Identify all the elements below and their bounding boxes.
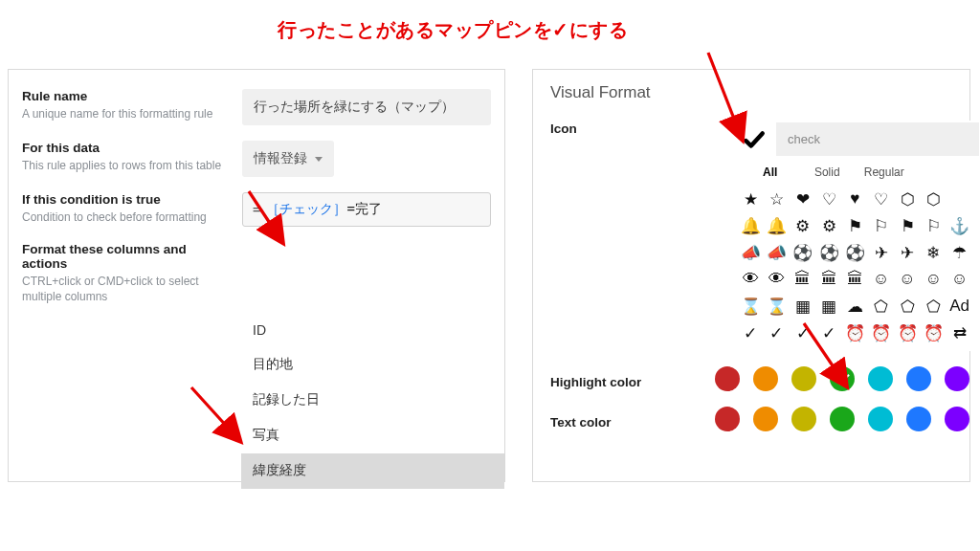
- highlight-color-swatches: [715, 366, 969, 391]
- icon-option[interactable]: ⬡: [923, 188, 944, 209]
- icon-category-tab[interactable]: Solid: [799, 165, 857, 179]
- check-icon: [742, 127, 767, 152]
- icon-option[interactable]: ⬡: [897, 188, 918, 209]
- condition-rest: =完了: [346, 201, 381, 218]
- color-swatch[interactable]: [945, 407, 969, 431]
- icon-option[interactable]: [949, 188, 970, 209]
- icon-option[interactable]: ⚑: [844, 215, 865, 236]
- icon-option[interactable]: ⚐: [871, 215, 892, 236]
- icon-option[interactable]: 🏛: [844, 269, 865, 290]
- icon-option[interactable]: ⏰: [923, 322, 944, 343]
- icon-category-tab[interactable]: All: [742, 165, 799, 179]
- icon-option[interactable]: ☆: [766, 188, 787, 209]
- icon-option[interactable]: ⬠: [871, 296, 892, 317]
- icon-option[interactable]: Ad: [949, 296, 970, 317]
- icon-option[interactable]: ★: [740, 188, 761, 209]
- rule-name-input[interactable]: 行った場所を緑にする（マップ）: [242, 89, 491, 125]
- icon-grid: ★☆❤♡♥♡⬡⬡🔔🔔⚙⚙⚑⚐⚑⚐⚓📣📣⚽⚽⚽✈✈❄☂👁👁🏛🏛🏛☺☺☺☺⌛⌛▦▦☁…: [732, 183, 979, 351]
- for-data-label: For this data: [22, 141, 231, 155]
- icon-option[interactable]: ⏰: [871, 322, 892, 343]
- icon-option[interactable]: 🏛: [792, 269, 813, 290]
- icon-option[interactable]: ⌛: [766, 296, 787, 317]
- icon-category-tab[interactable]: Regular: [856, 165, 913, 179]
- icon-option[interactable]: ✈: [897, 242, 918, 263]
- icon-option[interactable]: ⚐: [923, 215, 944, 236]
- icon-label: Icon: [550, 121, 732, 136]
- column-item[interactable]: 目的地: [241, 347, 504, 383]
- color-swatch[interactable]: [753, 407, 778, 431]
- icon-option[interactable]: ✓: [740, 322, 761, 343]
- condition-input[interactable]: = ［チェック］=完了: [242, 192, 491, 227]
- icon-option[interactable]: ⚽: [792, 242, 813, 263]
- icon-option[interactable]: ⚙: [818, 215, 839, 236]
- column-item[interactable]: 記録した日: [241, 383, 504, 418]
- color-swatch[interactable]: [715, 407, 740, 431]
- icon-option[interactable]: 🔔: [740, 215, 761, 236]
- column-list: ID目的地記録した日写真緯度経度: [241, 314, 504, 489]
- icon-option[interactable]: ✈: [871, 242, 892, 263]
- text-color-swatches: [715, 407, 969, 431]
- color-swatch[interactable]: [830, 407, 855, 431]
- color-swatch[interactable]: [906, 366, 931, 391]
- color-swatch[interactable]: [868, 366, 893, 391]
- for-data-value: 情報登録: [254, 150, 307, 167]
- icon-option[interactable]: ❄: [923, 242, 944, 263]
- icon-option[interactable]: ⚑: [897, 215, 918, 236]
- icon-option[interactable]: 📣: [740, 242, 761, 263]
- chevron-down-icon: [315, 157, 323, 162]
- column-item[interactable]: ID: [241, 314, 504, 347]
- icon-option[interactable]: 👁: [766, 269, 787, 290]
- equals-icon: =: [253, 202, 260, 217]
- icon-option[interactable]: ☺: [923, 269, 944, 290]
- color-swatch[interactable]: [868, 407, 893, 431]
- icon-option[interactable]: ⚓: [949, 215, 970, 236]
- icon-option[interactable]: 🏛: [818, 269, 839, 290]
- icon-search-input[interactable]: check: [776, 122, 979, 156]
- icon-option[interactable]: ⌛: [740, 296, 761, 317]
- icon-option[interactable]: ⚽: [844, 242, 865, 263]
- rule-name-label: Rule name: [22, 89, 231, 103]
- condition-column-token: ［チェック］: [266, 201, 346, 218]
- highlight-color-label: Highlight color: [550, 369, 715, 389]
- icon-option[interactable]: ✓: [792, 322, 813, 343]
- text-color-label: Text color: [550, 409, 715, 430]
- icon-picker: check AllSolidRegular ★☆❤♡♥♡⬡⬡🔔🔔⚙⚙⚑⚐⚑⚐⚓📣…: [732, 121, 979, 351]
- icon-option[interactable]: ⬠: [897, 296, 918, 317]
- icon-option[interactable]: ⇄: [949, 322, 970, 343]
- icon-option[interactable]: ⚽: [818, 242, 839, 263]
- icon-category-tab[interactable]: [913, 165, 970, 179]
- color-swatch[interactable]: [945, 366, 969, 391]
- icon-option[interactable]: ♡: [871, 188, 892, 209]
- icon-option[interactable]: ⚙: [792, 215, 813, 236]
- icon-option[interactable]: ⏰: [844, 322, 865, 343]
- column-item[interactable]: 緯度経度: [241, 453, 504, 489]
- color-swatch[interactable]: [791, 366, 816, 391]
- icon-option[interactable]: 🔔: [766, 215, 787, 236]
- for-data-select[interactable]: 情報登録: [242, 141, 334, 177]
- icon-option[interactable]: ⬠: [923, 296, 944, 317]
- icon-option[interactable]: ♡: [818, 188, 839, 209]
- color-swatch[interactable]: [715, 366, 740, 391]
- icon-option[interactable]: ▦: [818, 296, 839, 317]
- icon-option[interactable]: ☂: [949, 242, 970, 263]
- color-swatch[interactable]: [830, 366, 855, 391]
- icon-option[interactable]: 👁: [740, 269, 761, 290]
- icon-option[interactable]: 📣: [766, 242, 787, 263]
- color-swatch[interactable]: [791, 407, 816, 431]
- column-item[interactable]: 写真: [241, 418, 504, 453]
- icon-option[interactable]: ▦: [792, 296, 813, 317]
- icon-option[interactable]: ♥: [844, 188, 865, 209]
- rule-name-desc: A unique name for this formatting rule: [22, 106, 231, 121]
- icon-option[interactable]: ☺: [897, 269, 918, 290]
- icon-option[interactable]: ❤: [792, 188, 813, 209]
- visual-format-title: Visual Format: [550, 83, 969, 102]
- condition-desc: Condition to check before formatting: [22, 209, 231, 225]
- color-swatch[interactable]: [753, 366, 778, 391]
- icon-option[interactable]: ☁: [844, 296, 865, 317]
- icon-option[interactable]: ⏰: [897, 322, 918, 343]
- icon-option[interactable]: ✓: [766, 322, 787, 343]
- color-swatch[interactable]: [906, 407, 931, 431]
- icon-option[interactable]: ☺: [949, 269, 970, 290]
- icon-option[interactable]: ✓: [818, 322, 839, 343]
- icon-option[interactable]: ☺: [871, 269, 892, 290]
